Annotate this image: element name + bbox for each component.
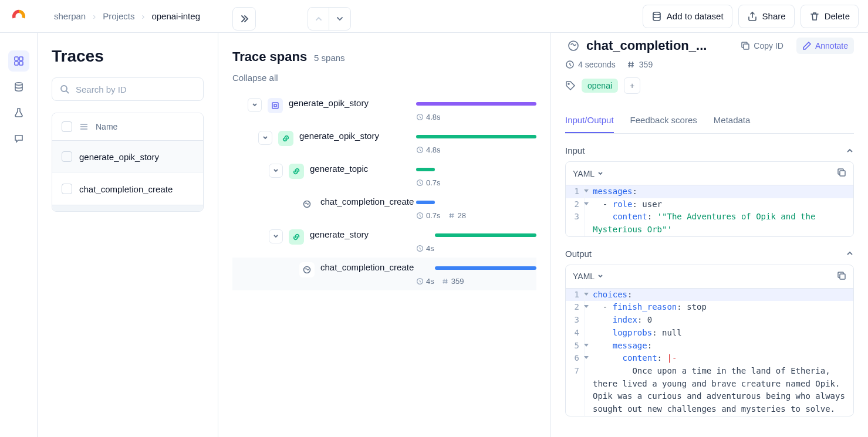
chat-icon [565, 38, 582, 54]
duration-bar [416, 168, 435, 171]
table-row[interactable]: generate_opik_story [52, 141, 203, 173]
duration-bar [435, 233, 536, 237]
expand-toggle[interactable] [269, 164, 283, 178]
chevron-right-icon: › [93, 11, 96, 21]
row-checkbox[interactable] [62, 184, 72, 194]
duration-meta: 4 seconds [565, 60, 616, 69]
chain-icon [289, 164, 304, 179]
svg-point-6 [61, 86, 67, 92]
expand-toggle[interactable] [269, 229, 283, 243]
expand-toggle[interactable] [258, 131, 272, 145]
next-button[interactable] [329, 8, 350, 30]
chevron-down-icon [597, 273, 604, 280]
collapse-all-button[interactable]: Collapse all [232, 73, 536, 83]
span-name: chat_completion_create [320, 197, 414, 206]
trace-name: generate_opik_story [79, 152, 159, 162]
tag-icon [565, 80, 576, 91]
spans-count: 5 spans [314, 53, 345, 63]
svg-point-17 [569, 41, 578, 50]
tab-input-output[interactable]: Input/Output [565, 108, 614, 133]
span-row[interactable]: generate_opik_story 4.8s [232, 126, 536, 159]
delete-button[interactable]: Delete [801, 5, 859, 28]
svg-rect-22 [840, 274, 845, 279]
span-name: generate_opik_story [299, 131, 379, 141]
spans-heading: Trace spans [232, 49, 307, 64]
chevron-up-icon [846, 147, 854, 155]
tokens-meta: 359 [626, 60, 653, 69]
clock-icon [416, 212, 424, 219]
nav-traces[interactable] [8, 50, 29, 72]
expand-toggle[interactable] [248, 98, 262, 112]
add-to-dataset-button[interactable]: Add to dataset [643, 5, 732, 28]
chain-icon [278, 131, 293, 146]
input-code-block: 1messages:2 - role: user3 content: '"The… [566, 185, 853, 236]
expand-panel-button[interactable] [232, 7, 256, 31]
hash-icon [626, 60, 636, 69]
search-icon [59, 84, 70, 94]
search-input[interactable] [76, 84, 196, 94]
select-all-checkbox[interactable] [62, 121, 72, 132]
duration-bar [416, 135, 536, 138]
span-row[interactable]: generate_story 4s [232, 225, 536, 258]
horizontal-scrollbar[interactable] [52, 205, 203, 211]
tokens-meta: 28 [448, 211, 466, 220]
svg-point-0 [653, 12, 660, 14]
column-icon [79, 122, 89, 131]
span-row[interactable]: chat_completion_create 0.7s28 [232, 192, 536, 225]
copy-code-button[interactable] [837, 168, 846, 179]
chat-icon [299, 262, 315, 277]
breadcrumb-current[interactable]: openai-integ [151, 11, 200, 21]
nav-feedback[interactable] [8, 128, 29, 149]
duration-meta: 4s [416, 277, 434, 286]
prev-button[interactable] [308, 8, 329, 30]
span-name: chat_completion_create [320, 262, 414, 272]
span-row[interactable]: generate_topic 0.7s [232, 159, 536, 192]
breadcrumb-projects[interactable]: Projects [103, 11, 134, 21]
llm-icon [268, 98, 283, 113]
duration-bar [435, 266, 536, 270]
table-row[interactable]: chat_completion_create [52, 173, 203, 205]
span-title: chat_completion_... [586, 38, 707, 53]
search-input-wrapper[interactable] [52, 77, 204, 101]
share-button[interactable]: Share [738, 5, 795, 28]
span-row[interactable]: generate_opik_story 4.8s [232, 93, 536, 126]
duration-meta: 4s [416, 244, 434, 253]
chain-icon [289, 229, 304, 245]
prev-next-nav [308, 7, 351, 31]
chat-icon [299, 197, 315, 212]
annotate-button[interactable]: Annotate [796, 38, 854, 54]
svg-rect-3 [15, 62, 18, 65]
output-section-toggle[interactable]: Output [565, 249, 854, 259]
chevron-up-icon [846, 249, 854, 258]
add-tag-button[interactable]: + [624, 77, 640, 94]
tab-feedback-scores[interactable]: Feedback scores [630, 108, 697, 133]
copy-code-button[interactable] [837, 271, 846, 282]
duration-meta: 0.7s [416, 211, 441, 220]
svg-point-20 [568, 83, 569, 84]
copy-id-button[interactable]: Copy ID [735, 38, 789, 54]
breadcrumb: sherpan › Projects › openai-integ [54, 11, 200, 21]
format-selector[interactable]: YAML [573, 272, 604, 281]
nav-datasets[interactable] [8, 76, 29, 97]
svg-rect-18 [744, 44, 749, 49]
nav-experiments[interactable] [8, 102, 29, 123]
chevron-right-icon: › [141, 11, 144, 21]
name-column-header: Name [96, 122, 117, 131]
clock-icon [416, 277, 424, 285]
breadcrumb-user[interactable]: sherpan [54, 11, 86, 21]
app-logo[interactable] [0, 8, 38, 25]
svg-point-5 [15, 83, 22, 85]
span-row[interactable]: chat_completion_create 4s359 [232, 258, 536, 290]
clock-icon [416, 245, 424, 252]
svg-rect-2 [19, 57, 23, 60]
input-section-toggle[interactable]: Input [565, 145, 854, 155]
tag-openai[interactable]: openai [582, 79, 618, 93]
tab-metadata[interactable]: Metadata [714, 108, 751, 133]
svg-rect-8 [274, 104, 276, 107]
duration-meta: 4.8s [416, 145, 441, 154]
row-checkbox[interactable] [62, 151, 72, 162]
format-selector[interactable]: YAML [573, 169, 604, 178]
svg-rect-1 [15, 57, 18, 60]
duration-bar [416, 102, 536, 106]
clock-icon [416, 179, 424, 187]
